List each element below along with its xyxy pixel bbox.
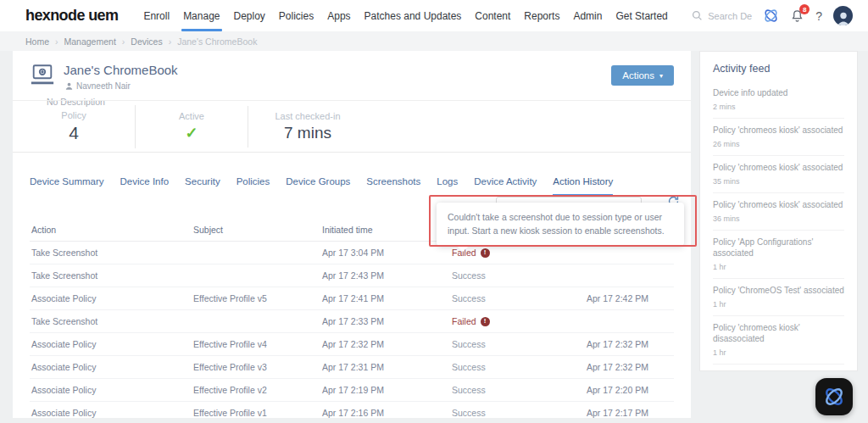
cell-status: Success	[452, 362, 587, 372]
notification-count-badge: 8	[799, 4, 810, 14]
col-header-action: Action	[31, 225, 193, 235]
nav-item-reports[interactable]: Reports	[517, 0, 566, 31]
tab-device-info[interactable]: Device Info	[120, 170, 170, 196]
activity-feed-item: Device info updated 2 mins	[713, 81, 844, 119]
cell-initiated-time: Apr 17 2:41 PM	[322, 293, 452, 303]
cell-subject: Effective Profile v2	[193, 385, 322, 395]
user-avatar[interactable]	[833, 6, 853, 25]
notifications-bell-icon[interactable]: 8	[790, 8, 804, 23]
table-row: Associate Policy Effective Profile v2 Ap…	[30, 379, 674, 402]
cell-action: Take Screenshot	[31, 270, 193, 281]
cell-initiated-time: Apr 17 2:43 PM	[322, 270, 452, 281]
table-body: Take Screenshot Apr 17 3:04 PM Failed ! …	[30, 242, 674, 423]
failed-info-icon[interactable]: !	[481, 317, 490, 326]
nav-item-enroll[interactable]: Enroll	[136, 0, 176, 31]
device-tabs: Device SummaryDevice InfoSecurityPolicie…	[30, 170, 674, 196]
global-search-placeholder: Search De	[708, 11, 752, 21]
col-header-initiated-time: Initiated time	[322, 225, 452, 235]
nav-item-deploy[interactable]: Deploy	[227, 0, 272, 31]
global-search[interactable]: Search De	[692, 10, 752, 21]
activity-feed-item: Policy 'chromeos kiosk' disassociated 1 …	[713, 316, 844, 365]
chevron-down-icon: ▾	[659, 72, 663, 80]
breadcrumb: HomeManagementDevicesJane's ChromeBook	[0, 31, 868, 51]
activity-feed-item: Policy 'App Configurations' associated 1…	[713, 231, 844, 279]
nav-item-patches-and-updates[interactable]: Patches and Updates	[358, 0, 469, 31]
tab-screenshots[interactable]: Screenshots	[366, 170, 420, 196]
cell-status: Success	[452, 385, 587, 395]
table-row: Take Screenshot Apr 17 2:33 PM Failed !	[30, 310, 674, 333]
table-row: Associate Policy Effective Profile v4 Ap…	[30, 333, 674, 356]
device-name: Jane's ChromeBook	[64, 63, 178, 77]
activity-feed-item: Policy 'chromeos kiosk' associated 26 mi…	[713, 119, 844, 156]
cell-action: Associate Policy	[31, 385, 193, 395]
user-icon	[65, 82, 73, 90]
activity-feed-panel: Activity feed Device info updated 2 mins…	[699, 51, 858, 371]
main-nav: EnrollManageDeployPoliciesAppsPatches an…	[136, 0, 674, 31]
device-owner: Navneeth Nair	[65, 81, 131, 91]
top-navigation-bar: hexnode uem EnrollManageDeployPoliciesAp…	[0, 0, 868, 31]
chromebook-device-icon	[30, 64, 55, 90]
action-history-table: Action Subject Initiated time Take Scree…	[30, 219, 674, 423]
device-stats-row: Policy 4 Active ✓ Last checked-in 7 mins	[13, 100, 691, 153]
cell-completed-time: Apr 17 2:17 PM	[587, 408, 674, 418]
tab-logs[interactable]: Logs	[437, 170, 458, 196]
breadcrumb-item-devices[interactable]: Devices	[116, 36, 163, 47]
nav-item-manage[interactable]: Manage	[176, 0, 226, 31]
cell-initiated-time: Apr 17 3:04 PM	[322, 248, 452, 258]
activity-feed-item: Policy 'chromeos kiosk' associated 1 hr	[713, 365, 844, 371]
cell-action: Associate Policy	[31, 408, 193, 418]
tab-policies[interactable]: Policies	[236, 170, 270, 196]
cell-completed-time: Apr 17 2:32 PM	[587, 339, 674, 349]
tab-device-summary[interactable]: Device Summary	[30, 170, 104, 196]
col-header-subject: Subject	[193, 225, 322, 235]
cell-initiated-time: Apr 17 2:16 PM	[322, 408, 452, 418]
nav-item-admin[interactable]: Admin	[566, 0, 609, 31]
nav-item-get-started[interactable]: Get Started	[609, 0, 674, 31]
cell-status: Success	[452, 270, 587, 281]
tab-device-activity[interactable]: Device Activity	[474, 170, 537, 196]
tab-security[interactable]: Security	[185, 170, 220, 196]
screenshot-failure-tooltip: Couldn't take a screenshot due to sessio…	[437, 203, 684, 246]
hexnode-assistant-icon[interactable]	[763, 8, 779, 24]
device-owner-name: Navneeth Nair	[76, 81, 131, 91]
breadcrumb-item-jane-s-chromebook[interactable]: Jane's ChromeBook	[163, 36, 258, 47]
actions-button[interactable]: Actions ▾	[611, 65, 674, 86]
hexnode-logo[interactable]: hexnode uem	[25, 7, 118, 25]
breadcrumb-item-home[interactable]: Home	[25, 36, 49, 47]
stat-last-checked-in: Last checked-in 7 mins	[248, 106, 367, 147]
cell-status: Success	[452, 408, 587, 418]
table-row: Take Screenshot Apr 17 2:43 PM Success	[30, 264, 674, 287]
stat-policy: Policy 4	[13, 105, 136, 148]
activity-feed-title: Activity feed	[713, 63, 844, 75]
stat-active: Active ✓	[136, 106, 248, 147]
nav-item-policies[interactable]: Policies	[272, 0, 320, 31]
cell-initiated-time: Apr 17 2:31 PM	[322, 362, 452, 372]
cell-initiated-time: Apr 17 2:32 PM	[322, 339, 452, 349]
topbar-right-cluster: Search De 8 ?	[692, 6, 868, 25]
table-row: Associate Policy Effective Profile v5 Ap…	[30, 287, 674, 310]
cell-status: Success	[452, 293, 587, 303]
tab-action-history[interactable]: Action History	[553, 170, 613, 196]
nav-item-apps[interactable]: Apps	[320, 0, 357, 31]
search-icon	[692, 10, 703, 21]
cell-status: Failed !	[452, 248, 587, 258]
active-check-icon: ✓	[136, 124, 248, 142]
device-header: Jane's ChromeBook Navneeth Nair No Descr…	[30, 61, 674, 100]
cell-subject: Effective Profile v3	[193, 362, 322, 372]
help-icon[interactable]: ?	[815, 9, 822, 23]
cell-subject: Effective Profile v1	[193, 408, 322, 418]
nav-item-content[interactable]: Content	[468, 0, 517, 31]
table-row: Associate Policy Effective Profile v1 Ap…	[30, 402, 674, 423]
failed-info-icon[interactable]: !	[481, 248, 490, 258]
chat-launcher-button[interactable]	[815, 378, 853, 415]
cell-action: Associate Policy	[31, 293, 193, 303]
stat-policy-value: 4	[13, 123, 135, 143]
cell-subject: Effective Profile v5	[193, 293, 322, 303]
activity-feed-list: Device info updated 2 mins Policy 'chrom…	[713, 81, 844, 371]
activity-feed-item: Policy 'chromeos kiosk' associated 36 mi…	[713, 193, 844, 231]
activity-feed-item: Policy 'chromeos kiosk' associated 35 mi…	[713, 156, 844, 193]
cell-status: Failed !	[452, 316, 587, 326]
tab-device-groups[interactable]: Device Groups	[286, 170, 350, 196]
breadcrumb-item-management[interactable]: Management	[49, 36, 116, 47]
stat-last-checked-in-value: 7 mins	[248, 124, 367, 142]
